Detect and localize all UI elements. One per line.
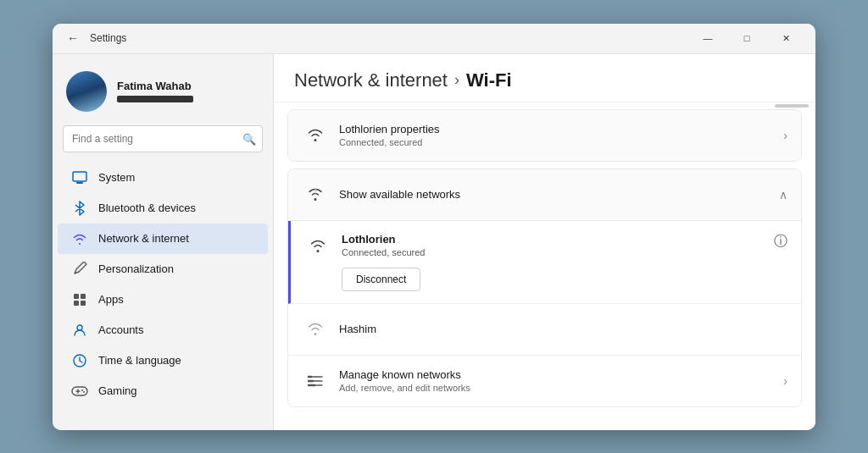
search-icon: 🔍 [242, 132, 256, 145]
svg-point-6 [77, 325, 82, 330]
maximize-button[interactable]: □ [727, 24, 766, 54]
apps-icon [71, 291, 88, 308]
back-button[interactable]: ← [63, 28, 83, 48]
show-networks-icon [302, 181, 329, 208]
manage-known-name: Manage known networks [339, 368, 783, 381]
lothlorien-properties-text: Lothlorien properties Connected, secured [339, 123, 783, 147]
sidebar-item-personalization[interactable]: Personalization [58, 254, 268, 285]
lothlorien-properties-item[interactable]: Lothlorien properties Connected, secured… [288, 110, 801, 161]
sidebar-item-accounts[interactable]: Accounts [58, 315, 268, 345]
lothlorien-properties-card: Lothlorien properties Connected, secured… [287, 109, 802, 162]
hashim-network-item[interactable]: Hashim [288, 304, 801, 356]
sidebar-item-time-label: Time & language [98, 354, 181, 367]
svg-point-9 [81, 389, 83, 391]
breadcrumb-chevron: › [454, 71, 459, 89]
sidebar-item-gaming-label: Gaming [98, 384, 137, 397]
lothlorien-info: Lothlorien Connected, secured Disconnect [342, 233, 774, 291]
lothlorien-actions: Disconnect [342, 268, 774, 291]
lothlorien-properties-name: Lothlorien properties [339, 123, 783, 135]
breadcrumb-parent[interactable]: Network & internet [294, 69, 448, 91]
sidebar-item-system[interactable]: System [58, 163, 268, 193]
show-networks-chevron: ∧ [779, 188, 787, 202]
svg-rect-2 [74, 294, 79, 299]
content-area: Fatima Wahab 🔍 System Bluetoot [53, 54, 815, 430]
svg-point-10 [83, 391, 85, 393]
titlebar-title: Settings [90, 32, 126, 44]
sidebar-item-time[interactable]: Time & language [58, 345, 268, 376]
bluetooth-icon [71, 200, 88, 217]
manage-text: Manage known networks Add, remove, and e… [339, 368, 783, 393]
time-icon [71, 352, 88, 369]
svg-rect-3 [81, 294, 86, 299]
sidebar-item-gaming[interactable]: Gaming [58, 376, 268, 406]
sidebar-item-apps-label: Apps [98, 293, 124, 306]
avatar [66, 71, 107, 112]
search-input[interactable] [63, 125, 263, 152]
network-icon [71, 230, 88, 247]
sidebar-item-bluetooth-label: Bluetooth & devices [98, 202, 196, 214]
manage-known-desc: Add, remove, and edit networks [339, 383, 783, 393]
titlebar: ← Settings — □ ✕ [53, 24, 815, 54]
sidebar-item-bluetooth[interactable]: Bluetooth & devices [58, 193, 268, 224]
close-button[interactable]: ✕ [766, 24, 805, 54]
hashim-wifi-icon [302, 316, 329, 343]
svg-rect-1 [76, 182, 83, 184]
svg-rect-5 [81, 301, 86, 306]
show-networks-label: Show available networks [339, 188, 779, 201]
sidebar-item-network[interactable]: Network & internet [58, 224, 268, 254]
sidebar-item-network-label: Network & internet [98, 232, 189, 245]
lothlorien-name: Lothlorien [342, 233, 774, 246]
wifi-properties-icon [302, 122, 329, 149]
lothlorien-properties-chevron: › [783, 129, 787, 142]
lothlorien-network-item[interactable]: Lothlorien Connected, secured Disconnect… [288, 221, 801, 304]
manage-chevron: › [783, 374, 787, 388]
breadcrumb-current: Wi-Fi [466, 69, 512, 91]
sidebar: Fatima Wahab 🔍 System Bluetoot [53, 54, 273, 430]
available-networks-card: Show available networks ∧ Lothlorien [287, 168, 802, 407]
sidebar-item-accounts-label: Accounts [98, 323, 143, 336]
disconnect-button[interactable]: Disconnect [342, 268, 420, 291]
main-panel: Network & internet › Wi-Fi Lothlorien pr… [273, 54, 815, 430]
window-controls: — □ ✕ [688, 24, 805, 54]
svg-rect-0 [73, 172, 86, 181]
user-name: Fatima Wahab [117, 80, 193, 92]
lothlorien-properties-status: Connected, secured [339, 137, 783, 147]
manage-networks-icon [302, 367, 329, 395]
search-box: 🔍 [63, 125, 263, 152]
svg-rect-4 [74, 301, 79, 306]
user-section: Fatima Wahab [53, 64, 273, 125]
user-info: Fatima Wahab [117, 80, 193, 102]
sidebar-item-apps[interactable]: Apps [58, 285, 268, 315]
system-icon [71, 169, 88, 186]
sidebar-item-system-label: System [98, 171, 135, 184]
accounts-icon [71, 322, 88, 339]
manage-known-networks-item[interactable]: Manage known networks Add, remove, and e… [288, 356, 801, 406]
lothlorien-wifi-icon [304, 233, 331, 260]
user-email-bar [117, 96, 193, 102]
settings-window: ← Settings — □ ✕ Fatima Wahab [53, 24, 815, 430]
hashim-name: Hashim [339, 323, 376, 335]
minimize-button[interactable]: — [688, 24, 727, 54]
page-header: Network & internet › Wi-Fi [274, 54, 815, 102]
sidebar-item-personalization-label: Personalization [98, 262, 174, 275]
main-content: Lothlorien properties Connected, secured… [274, 109, 815, 407]
show-available-networks-item[interactable]: Show available networks ∧ [288, 169, 801, 220]
gaming-icon [71, 383, 88, 400]
expanded-networks: Lothlorien Connected, secured Disconnect… [288, 220, 801, 406]
personalization-icon [71, 261, 88, 278]
info-icon[interactable]: ⓘ [774, 233, 787, 251]
lothlorien-status: Connected, secured [342, 247, 774, 257]
